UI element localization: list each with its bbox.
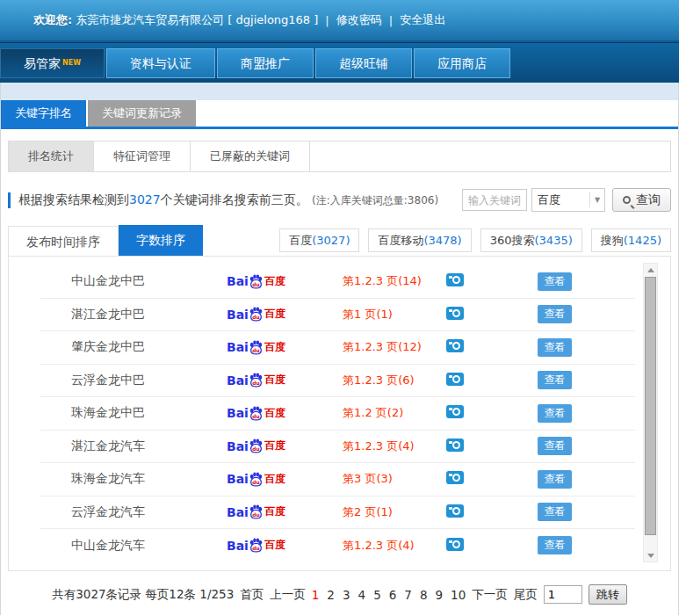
svg-text:du: du	[252, 381, 259, 387]
nav-tab-yiguanjia[interactable]: 易管家NEW	[0, 48, 105, 78]
pagination: 共有3027条记录 每页12条 1/253 首页 上一页 12345678910…	[1, 584, 678, 605]
view-button[interactable]: 查看	[538, 272, 572, 291]
tab-keyword-ranking[interactable]: 关键字排名	[1, 100, 86, 127]
scrollbar[interactable]	[643, 263, 658, 562]
baidu-paw-icon: du	[249, 472, 264, 487]
nav-tab-label: 易管家	[24, 56, 61, 70]
page-number-3[interactable]: 3	[343, 588, 350, 602]
baidu-logo: Bai du 百度	[227, 340, 343, 355]
subtab-blocked-keywords[interactable]: 已屏蔽的关键词	[191, 141, 310, 171]
logout-link[interactable]: 安全退出	[400, 12, 445, 28]
engine-filter-360-search[interactable]: 360搜索(3435)	[480, 228, 582, 252]
chevron-down-icon: ▼	[589, 192, 604, 207]
view-button[interactable]: 查看	[538, 371, 572, 389]
page-number-4[interactable]: 4	[358, 588, 366, 602]
keyword-search-input[interactable]	[462, 189, 527, 211]
baidu-logo-bai: Bai	[227, 308, 249, 322]
baidu-logo-cn: 百度	[264, 504, 285, 519]
engine-count: (3027)	[312, 234, 350, 247]
baidu-logo-bai: Bai	[227, 439, 249, 453]
camera-snapshot-icon[interactable]	[446, 339, 464, 352]
baidu-logo: Bai du 百度	[227, 406, 343, 421]
page-number-8[interactable]: 8	[420, 588, 428, 602]
keyword-text: 中山金龙中巴	[40, 273, 227, 289]
baidu-logo-cn: 百度	[264, 274, 285, 289]
search-button[interactable]: 查询	[612, 188, 671, 212]
engine-count: (3435)	[535, 234, 573, 247]
sort-tab-publish-time[interactable]: 发布时间排序	[8, 226, 119, 256]
jump-page-input[interactable]	[544, 585, 582, 604]
table-row: 云浮金龙汽车 Bai du 百度 第2 页(1) 查看	[40, 496, 635, 530]
view-button[interactable]: 查看	[538, 470, 572, 489]
subtab-ranking-stats[interactable]: 排名统计	[9, 141, 94, 171]
baidu-logo-cn: 百度	[264, 307, 285, 322]
camera-snapshot-icon[interactable]	[446, 307, 464, 320]
engine-filter-baidu[interactable]: 百度(3027)	[279, 228, 359, 252]
summary-prefix: 根据搜索结果检测到	[18, 192, 129, 207]
rank-pages-text: 第1 页(1)	[343, 307, 446, 322]
engine-filter-sogou[interactable]: 搜狗(1425)	[591, 228, 671, 252]
sort-tab-word-count[interactable]: 字数排序	[119, 225, 203, 256]
page-number-5[interactable]: 5	[373, 588, 381, 602]
view-button[interactable]: 查看	[538, 503, 572, 521]
scrollbar-thumb[interactable]	[645, 277, 656, 535]
baidu-logo-bai: Bai	[227, 539, 249, 553]
engine-filter-baidu-mobile[interactable]: 百度移动(3478)	[368, 228, 471, 252]
nav-tab-label: 应用商店	[437, 56, 487, 70]
subtab-feature-words[interactable]: 特征词管理	[94, 141, 191, 171]
camera-snapshot-icon[interactable]	[446, 504, 464, 518]
tab-keyword-update-log[interactable]: 关键词更新记录	[88, 100, 196, 127]
engine-select[interactable]: 百度 ▼	[531, 188, 605, 212]
nav-tab-label: 资料与认证	[130, 56, 191, 70]
change-password-link[interactable]: 修改密码	[336, 12, 382, 28]
baidu-logo: Bai du 百度	[227, 274, 343, 289]
table-row: 中山金龙汽车 Bai du 百度 第1.2.3 页(4) 查看	[40, 529, 635, 562]
view-button[interactable]: 查看	[538, 338, 572, 357]
view-button[interactable]: 查看	[538, 536, 572, 554]
svg-text:du: du	[252, 315, 259, 321]
baidu-logo-cn: 百度	[264, 472, 285, 487]
prev-page-link[interactable]: 上一页	[270, 587, 306, 603]
camera-snapshot-icon[interactable]	[446, 438, 464, 452]
page-number-2[interactable]: 2	[327, 588, 335, 602]
view-button[interactable]: 查看	[538, 305, 572, 323]
nav-tab-alliance-promo[interactable]: 商盟推广	[217, 48, 314, 78]
engine-name: 搜狗	[601, 234, 624, 247]
page-number-10[interactable]: 10	[451, 588, 466, 602]
camera-snapshot-icon[interactable]	[446, 273, 464, 286]
baidu-logo: Bai du 百度	[227, 438, 343, 453]
jump-button[interactable]: 跳转	[589, 584, 627, 605]
engine-select-value: 百度	[532, 192, 589, 208]
next-page-link[interactable]: 下一页	[472, 587, 508, 603]
svg-text:du: du	[252, 282, 259, 287]
sort-row: 发布时间排序 字数排序 百度(3027) 百度移动(3478) 360搜索(34…	[8, 225, 671, 256]
first-page-link[interactable]: 首页	[240, 587, 264, 603]
baidu-logo-bai: Bai	[227, 340, 249, 354]
nav-tab-credentials[interactable]: 资料与认证	[106, 48, 215, 78]
camera-snapshot-icon[interactable]	[446, 405, 464, 418]
scroll-up-arrow-icon[interactable]	[644, 264, 657, 276]
company-name: 东莞市捷龙汽车贸易有限公司 [ dgjielong168 ]	[76, 12, 318, 28]
nav-tab-app-store[interactable]: 应用商店	[414, 48, 510, 78]
camera-snapshot-icon[interactable]	[446, 373, 464, 386]
svg-text:du: du	[252, 447, 259, 453]
engine-name: 百度	[289, 234, 312, 247]
page-number-links: 12345678910	[312, 588, 466, 602]
page-number-6[interactable]: 6	[389, 588, 397, 602]
top-welcome-bar: 欢迎您: 东莞市捷龙汽车贸易有限公司 [ dgjielong168 ] | 修改…	[0, 0, 679, 42]
view-button[interactable]: 查看	[538, 437, 572, 455]
baidu-logo-bai: Bai	[227, 505, 249, 519]
page-number-1[interactable]: 1	[312, 588, 320, 602]
rank-pages-text: 第2 页(1)	[343, 504, 446, 520]
camera-cell	[446, 471, 481, 487]
view-button[interactable]: 查看	[538, 404, 572, 423]
rank-pages-text: 第1.2.3 页(4)	[343, 438, 446, 454]
page-number-9[interactable]: 9	[436, 588, 444, 602]
summary-suffix: 个关键词排名搜索前三页。	[161, 192, 308, 207]
last-page-link[interactable]: 尾页	[514, 587, 538, 603]
nav-tab-super-shop[interactable]: 超级旺铺	[315, 48, 412, 78]
page-number-7[interactable]: 7	[404, 588, 412, 602]
camera-snapshot-icon[interactable]	[446, 538, 464, 551]
camera-snapshot-icon[interactable]	[446, 471, 464, 484]
scroll-down-arrow-icon[interactable]	[644, 549, 657, 562]
